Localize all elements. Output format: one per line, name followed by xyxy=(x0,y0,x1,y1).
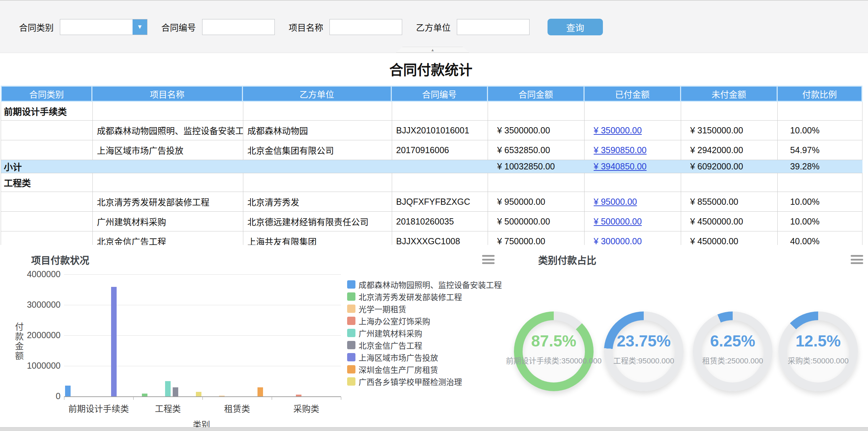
payment-ratio-gauge[interactable]: 23.75%工程类:95000.000 xyxy=(604,311,684,391)
bar-chart-menu-icon[interactable] xyxy=(482,255,495,264)
gridline xyxy=(64,335,341,336)
table-cell: ¥ 5000000.00 xyxy=(488,212,585,231)
chevron-down-icon[interactable]: ▼ xyxy=(133,19,147,35)
table-cell xyxy=(488,102,585,120)
gauge-percent-value: 12.5% xyxy=(778,332,858,350)
paid-amount-link[interactable]: ¥ 300000.00 xyxy=(594,236,642,245)
x-axis-tick xyxy=(272,397,272,400)
legend-swatch-icon xyxy=(347,280,355,289)
app-screen: 合同类别 ▼ 合同编号 项目名称 乙方单位 查询 ▲ 合同付款统计 合同类别项目… xyxy=(0,0,868,431)
bar[interactable] xyxy=(296,395,301,396)
x-axis-tick xyxy=(202,397,203,400)
paid-amount-link[interactable]: ¥ 500000.00 xyxy=(594,217,642,227)
bar-chart-title: 项目付款状况 xyxy=(31,253,89,267)
paid-amount-link[interactable]: ¥ 350000.00 xyxy=(594,125,642,135)
paid-amount-link[interactable]: ¥ 3590850.00 xyxy=(594,145,647,155)
table-cell: ¥ 3940850.00 xyxy=(585,160,681,173)
party-b-input[interactable] xyxy=(457,19,530,35)
table-row-subtotal: 小计¥ 10032850.00¥ 3940850.00¥ 6092000.003… xyxy=(1,160,862,173)
payment-ratio-gauge[interactable]: 6.25%租赁类:25000.000 xyxy=(693,311,772,391)
bar-chart-y-axis-title: 付款金额 xyxy=(12,322,25,361)
paid-amount-link[interactable]: ¥ 3940850.00 xyxy=(594,161,647,171)
contract-no-input[interactable] xyxy=(202,19,275,35)
table-cell: 北京金信集团有限公司 xyxy=(243,140,392,160)
charts-section: 项目付款状况 付款金额 类别 0100000020000003000000400… xyxy=(0,245,868,428)
bar[interactable] xyxy=(196,392,201,396)
payment-ratio-gauge[interactable]: 87.5%前期设计手续类:350000.000 xyxy=(514,311,594,391)
bar[interactable] xyxy=(65,386,71,396)
query-button[interactable]: 查询 xyxy=(548,19,603,35)
legend-swatch-icon xyxy=(347,329,355,337)
project-name-input[interactable] xyxy=(329,19,402,35)
table-cell xyxy=(93,102,243,120)
payment-ratio-gauge[interactable]: 12.5%采购类:50000.000 xyxy=(778,311,858,391)
table-cell xyxy=(585,102,681,120)
paid-amount-link[interactable]: ¥ 95000.00 xyxy=(594,197,637,207)
table-cell: ¥ 3590850.00 xyxy=(585,140,681,160)
legend-item[interactable]: 北京金信广告工程 xyxy=(347,341,502,350)
table-column-header: 付款比例 xyxy=(778,86,862,102)
legend-item[interactable]: 广西各乡镇学校甲醛检测治理 xyxy=(347,377,502,386)
legend-item[interactable]: 上海区域市场广告投放 xyxy=(347,353,502,362)
table-cell xyxy=(1,121,93,140)
collapse-panel-handle[interactable]: ▲ xyxy=(396,47,469,53)
table-cell: 广州建筑材料采购 xyxy=(93,212,243,231)
legend-item[interactable]: 成都森林动物园照明、监控设备安装工程 xyxy=(347,280,502,289)
legend-label: 北京清芳秀发研发部装修工程 xyxy=(359,291,462,302)
table-cell: 成都森林动物园 xyxy=(243,121,392,140)
table-cell xyxy=(1,231,93,245)
bar[interactable] xyxy=(219,396,225,396)
gauge-ring-inner xyxy=(523,320,585,382)
contract-no-label: 合同编号 xyxy=(161,21,196,33)
bar[interactable] xyxy=(173,387,178,396)
gauge-category-label: 租赁类:25000.000 xyxy=(702,354,763,366)
table-cell xyxy=(243,160,392,173)
table-column-header: 合同金额 xyxy=(488,86,585,102)
bar[interactable] xyxy=(257,387,263,396)
gauge-category-label: 采购类:50000.000 xyxy=(788,354,849,366)
y-axis-tick-label: 0 xyxy=(0,391,61,401)
table-cell xyxy=(93,173,243,192)
table-column-header: 合同编号 xyxy=(392,86,488,102)
legend-item[interactable]: 北京清芳秀发研发部装修工程 xyxy=(347,292,502,301)
x-axis-tick xyxy=(64,397,64,400)
legend-swatch-icon xyxy=(347,292,355,301)
table-cell: 北京德远建材经销有限责任公司 xyxy=(243,212,392,231)
project-name-label: 项目名称 xyxy=(289,21,323,33)
gridline xyxy=(64,274,341,275)
bar[interactable] xyxy=(165,381,171,396)
category-payment-gauge-chart: 类别付款占比 87.5%前期设计手续类:350000.00023.75%工程类:… xyxy=(509,245,868,428)
gauge-ring-inner xyxy=(702,320,764,382)
gauge-chart-title: 类别付款占比 xyxy=(538,253,596,267)
bar[interactable] xyxy=(142,394,147,396)
legend-item[interactable]: 上海办公室灯饰采购 xyxy=(347,316,502,325)
table-cell: ¥ 95000.00 xyxy=(585,192,681,211)
contract-category-select[interactable]: ▼ xyxy=(60,19,147,35)
table-cell: ¥ 350000.00 xyxy=(585,121,681,140)
gauge-chart-menu-icon[interactable] xyxy=(851,255,863,264)
table-cell: 54.97% xyxy=(778,140,862,160)
legend-item[interactable]: 深圳金信生产厂房租赁 xyxy=(347,365,502,374)
table-cell: ¥ 3500000.00 xyxy=(488,121,585,140)
table-column-header: 项目名称 xyxy=(92,86,243,102)
table-cell xyxy=(392,173,488,192)
table-row-category: 工程类 xyxy=(1,173,862,192)
y-axis-tick-label: 4000000 xyxy=(0,269,61,279)
table-cell xyxy=(1,192,93,211)
gridline xyxy=(64,366,341,366)
legend-item[interactable]: 光学一期租赁 xyxy=(347,304,502,313)
gauge-category-label: 前期设计手续类:350000.000 xyxy=(506,354,602,366)
x-axis-category-label: 租赁类 xyxy=(224,402,250,414)
legend-item[interactable]: 广州建筑材料采购 xyxy=(347,328,502,337)
table-cell: 成都森林动物园照明、监控设备安装工程 xyxy=(93,121,243,140)
gauge-ring-inner xyxy=(613,320,675,382)
contract-payment-table: 合同类别项目名称乙方单位合同编号合同金额已付金额未付金额付款比例 前期设计手续类… xyxy=(1,86,862,245)
table-row-category: 前期设计手续类 xyxy=(1,102,862,121)
gauge-ring-inner xyxy=(787,320,849,382)
x-axis-category-label: 前期设计手续类 xyxy=(68,402,129,414)
table-cell: BJJXXXGC1008 xyxy=(392,231,488,245)
legend-swatch-icon xyxy=(347,341,355,349)
bar[interactable] xyxy=(111,287,117,396)
page-title: 合同付款统计 xyxy=(0,59,862,79)
legend-label: 广西各乡镇学校甲醛检测治理 xyxy=(359,376,462,387)
